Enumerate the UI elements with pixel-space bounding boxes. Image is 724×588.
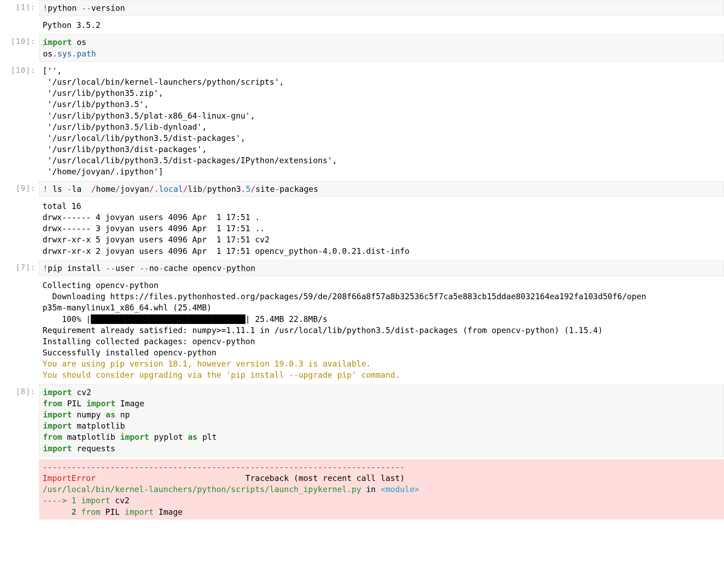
result-output: ['', '/usr/local/bin/kernel-launchers/py…: [39, 63, 724, 180]
code-token: --: [139, 264, 149, 273]
code-token: 5: [246, 184, 251, 194]
code-token: matplotlib: [72, 421, 125, 430]
code-token: import: [43, 421, 72, 430]
cell-content: Python 3.5.2: [39, 17, 724, 33]
traceback-code: PIL: [100, 507, 125, 517]
code-token: lib: [188, 184, 203, 194]
code-token: la: [72, 184, 91, 194]
code-token: from: [43, 432, 62, 442]
code-token: requests: [72, 444, 115, 453]
code-token: Image: [115, 399, 144, 408]
traceback-spacing: [43, 507, 71, 517]
code-token: from: [43, 399, 62, 408]
code-token: sys: [58, 49, 72, 58]
input-prompt: [8]:: [0, 384, 39, 397]
output-prompt: [0, 198, 39, 201]
code-cell: [9]: ! ls -la /home/jovyan/.local/lib/py…: [0, 181, 724, 197]
code-token: cache opencv: [164, 264, 221, 273]
code-token: -: [221, 264, 226, 273]
code-token: PIL: [62, 399, 86, 408]
traceback-module: <module>: [380, 485, 419, 494]
traceback-in: in: [361, 485, 380, 494]
stdout-output: Python 3.5.2: [39, 17, 724, 33]
code-token: plt: [197, 432, 217, 442]
traceback-code: Image: [154, 507, 183, 517]
traceback-code: from: [81, 507, 100, 517]
cell-content: ! ls -la /home/jovyan/.local/lib/python3…: [39, 181, 724, 197]
code-token: ls: [48, 184, 67, 194]
code-token: .: [241, 184, 246, 194]
code-token: as: [188, 432, 197, 442]
input-prompt: [7]:: [0, 260, 39, 273]
cell-content: !pip install --user --no-cache opencv-py…: [39, 260, 724, 276]
code-cell: [10]: import os os.sys.path: [0, 34, 724, 61]
stdout-output: Collecting opencv-python Downloading htt…: [39, 278, 724, 383]
traceback-spacing: [96, 474, 245, 483]
code-cell: [8]: import cv2 from PIL import Image im…: [0, 384, 724, 520]
code-token: .: [53, 49, 58, 58]
cell-content: Collecting opencv-python Downloading htt…: [39, 278, 724, 383]
traceback-code: import: [81, 496, 110, 505]
code-token: /: [91, 184, 96, 194]
shell-bang-icon: !: [43, 3, 48, 13]
traceback-code: import: [125, 507, 153, 517]
code-token: local: [159, 184, 183, 194]
code-input[interactable]: import os os.sys.path: [39, 34, 724, 61]
code-input[interactable]: !pip install --user --no-cache opencv-py…: [39, 260, 724, 276]
exception-name: ImportError: [43, 474, 96, 483]
code-token: import: [43, 444, 72, 453]
code-token: -: [67, 184, 72, 194]
shell-bang-icon: !: [43, 184, 48, 194]
cell-content: total 16 drwx------ 4 jovyan users 4096 …: [39, 198, 724, 259]
code-token: pyplot: [149, 432, 188, 442]
code-token: import: [43, 388, 72, 397]
code-token: as: [106, 410, 115, 419]
code-token: python: [226, 264, 255, 273]
code-token: os: [72, 38, 86, 47]
traceback-rule: ----------------------------------------…: [43, 462, 405, 472]
code-token: /: [183, 184, 188, 194]
code-token: site: [255, 184, 274, 194]
traceback-header: Traceback (most recent call last): [246, 474, 405, 483]
input-prompt: [9]:: [0, 181, 39, 194]
output-prompt: [0, 278, 39, 280]
code-token: import: [86, 399, 115, 408]
code-token: numpy: [72, 410, 106, 419]
traceback-arrow: ----> 1: [43, 496, 81, 505]
code-token: -: [275, 184, 280, 194]
code-token: -: [159, 264, 164, 273]
input-prompt: [1]:: [0, 0, 39, 13]
code-token: jovyan: [120, 184, 149, 194]
code-token: path: [77, 49, 96, 58]
output-prompt: [0, 17, 39, 20]
code-token: os: [43, 49, 53, 58]
cell-content: ['', '/usr/local/bin/kernel-launchers/py…: [39, 63, 724, 180]
output-cell: total 16 drwx------ 4 jovyan users 4096 …: [0, 198, 724, 259]
traceback-code: cv2: [110, 496, 129, 505]
code-token: version: [91, 3, 125, 13]
code-token: np: [115, 410, 130, 419]
code-token: --: [106, 264, 115, 273]
code-token: python3: [207, 184, 241, 194]
code-token: /: [251, 184, 256, 194]
output-cell: Collecting opencv-python Downloading htt…: [0, 278, 724, 383]
pip-warning-text: You are using pip version 18.1, however …: [43, 359, 400, 379]
traceback-file: /usr/local/bin/kernel-launchers/python/s…: [43, 485, 361, 494]
code-token: python: [48, 3, 82, 13]
code-input[interactable]: !python --version: [39, 0, 724, 16]
pip-output-text: Collecting opencv-python Downloading htt…: [43, 281, 646, 357]
code-token: pip install: [48, 264, 106, 273]
output-prompt: [10]:: [0, 63, 39, 76]
code-token: /: [202, 184, 207, 194]
code-token: .: [154, 184, 159, 194]
shell-bang-icon: !: [43, 264, 48, 273]
stdout-output: total 16 drwx------ 4 jovyan users 4096 …: [39, 198, 724, 259]
code-token: --: [82, 3, 91, 13]
code-token: no: [149, 264, 159, 273]
output-cell: [10]: ['', '/usr/local/bin/kernel-launch…: [0, 63, 724, 180]
code-input[interactable]: import cv2 from PIL import Image import …: [39, 384, 724, 457]
code-input[interactable]: ! ls -la /home/jovyan/.local/lib/python3…: [39, 181, 724, 197]
code-token: home: [96, 184, 115, 194]
code-token: import: [43, 38, 72, 47]
code-token: /: [149, 184, 154, 194]
